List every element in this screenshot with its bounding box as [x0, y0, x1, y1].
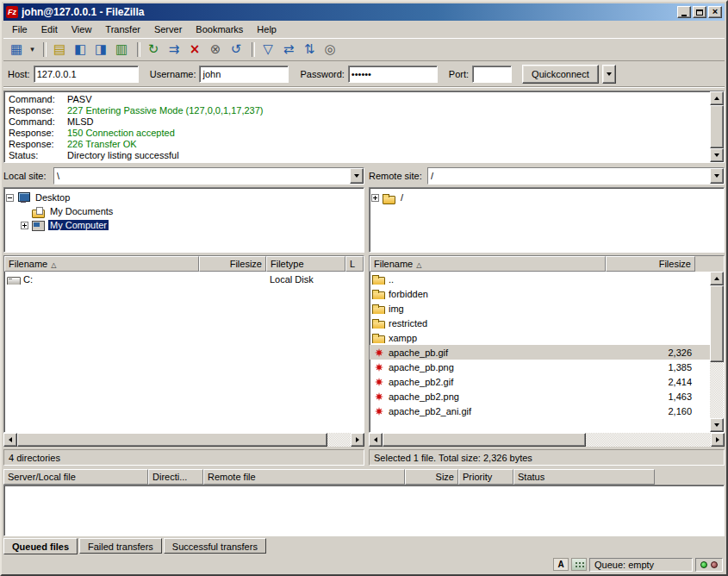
local-site-dropdown-button[interactable] — [350, 168, 364, 184]
column-header[interactable]: L — [345, 256, 364, 272]
file-row[interactable]: apache_pb.gif 2,326 — [370, 345, 710, 360]
local-site-input[interactable] — [54, 168, 350, 184]
sync-browse-icon[interactable]: ⇅ — [299, 40, 320, 59]
column-header[interactable]: Filesize — [199, 256, 266, 272]
file-row[interactable]: apache_pb2.gif 2,414 — [370, 374, 710, 389]
title-bar[interactable]: Fz john@127.0.0.1 - FileZilla × — [3, 3, 725, 21]
quickconnect-button[interactable]: Quickconnect — [522, 65, 599, 84]
scrollbar-track[interactable] — [383, 433, 711, 447]
scrollbar-track[interactable] — [17, 433, 351, 447]
arrow-up-icon — [714, 97, 719, 100]
scrollbar-thumb[interactable] — [383, 433, 586, 447]
queue-tab[interactable]: Queued files — [3, 538, 78, 554]
minimize-button[interactable] — [677, 6, 691, 18]
column-header[interactable]: Priority — [458, 469, 513, 485]
file-row[interactable]: apache_pb2.png 1,463 — [370, 389, 710, 404]
toggle-local-tree-icon[interactable]: ◧ — [70, 40, 90, 59]
queue-tab[interactable]: Failed transfers — [79, 538, 162, 554]
column-header[interactable]: Filename — [4, 256, 199, 272]
log-line: Command: MLSD — [9, 116, 708, 128]
compare-icon[interactable]: ⇄ — [278, 40, 299, 59]
local-site-label: Local site: — [3, 171, 53, 181]
toggle-queue-icon[interactable]: ▥ — [111, 40, 132, 59]
file-row[interactable]: restricted — [370, 316, 710, 330]
maximize-button[interactable] — [693, 6, 706, 18]
tree-item[interactable]: My Computer — [21, 218, 362, 232]
log-scrollbar[interactable] — [710, 91, 724, 162]
scroll-up-button[interactable] — [710, 91, 724, 105]
file-row[interactable]: .. — [370, 272, 710, 286]
remote-site-input[interactable] — [428, 168, 710, 184]
column-header[interactable]: Status — [513, 469, 655, 485]
scrollbar-thumb[interactable] — [17, 433, 327, 447]
scroll-down-button[interactable] — [710, 148, 724, 162]
port-input[interactable] — [472, 66, 512, 83]
menu-item[interactable]: View — [65, 22, 99, 37]
toggle-log-icon[interactable]: ▤ — [49, 40, 70, 59]
menu-item[interactable]: Server — [147, 22, 189, 37]
site-manager-dropdown-icon[interactable]: ▾ — [27, 40, 38, 59]
column-header[interactable]: Size — [405, 469, 458, 485]
column-header[interactable]: Filename — [370, 256, 606, 272]
column-header[interactable]: Remote file — [203, 469, 405, 485]
scroll-up-button[interactable] — [710, 272, 724, 285]
arrow-left-icon — [9, 437, 12, 442]
cancel-icon[interactable]: × — [184, 40, 205, 59]
scroll-left-button[interactable] — [369, 433, 383, 447]
refresh-icon[interactable]: ↻ — [143, 40, 164, 59]
disconnect-icon[interactable]: ⊗ — [205, 40, 226, 59]
menu-item[interactable]: Bookmarks — [189, 22, 250, 37]
arrow-right-icon — [356, 437, 359, 442]
tree-item[interactable]: / — [371, 191, 722, 204]
transfer-type-icon[interactable]: A — [553, 558, 569, 571]
arrow-left-icon — [374, 437, 377, 442]
file-row[interactable]: xampp — [370, 330, 710, 345]
remote-site-label: Remote site: — [369, 171, 427, 181]
column-header[interactable]: Filesize — [606, 256, 695, 272]
column-header[interactable]: Directi... — [148, 469, 203, 485]
find-icon[interactable]: ◎ — [320, 40, 340, 59]
remote-horizontal-scrollbar[interactable] — [369, 433, 725, 447]
scroll-right-button[interactable] — [351, 433, 364, 447]
file-row[interactable]: apache_pb2_ani.gif 2,160 — [370, 404, 710, 418]
tree-item[interactable]: My Documents — [21, 204, 362, 218]
file-row[interactable]: forbidden — [370, 286, 710, 301]
reconnect-icon[interactable]: ↺ — [226, 40, 246, 59]
process-queue-icon[interactable]: ⇉ — [164, 40, 184, 59]
remote-vertical-scrollbar[interactable] — [710, 272, 724, 432]
file-row[interactable]: C: Local Disk — [4, 272, 364, 286]
column-header[interactable]: Server/Local file — [3, 469, 148, 485]
tree-expander[interactable] — [371, 194, 379, 202]
close-icon: × — [712, 7, 718, 16]
file-icon — [7, 273, 20, 285]
local-horizontal-scrollbar[interactable] — [3, 433, 364, 447]
menu-item[interactable]: Transfer — [98, 22, 147, 37]
scrollbar-track[interactable] — [710, 285, 724, 418]
scroll-left-button[interactable] — [3, 433, 17, 447]
filter-icon[interactable]: ▽ — [258, 40, 278, 59]
scroll-right-button[interactable] — [711, 433, 725, 447]
column-header[interactable]: Filetype — [266, 256, 345, 272]
tree-item[interactable]: Desktop — [6, 191, 362, 204]
toggle-remote-tree-icon[interactable]: ◨ — [90, 40, 111, 59]
scrollbar-thumb[interactable] — [710, 105, 724, 148]
site-manager-icon[interactable]: ▦ — [6, 40, 27, 59]
menu-item[interactable]: File — [5, 22, 34, 37]
keyboard-icon[interactable] — [571, 558, 587, 571]
host-input[interactable] — [34, 66, 139, 83]
remote-site-dropdown-button[interactable] — [710, 168, 724, 184]
close-button[interactable]: × — [708, 6, 722, 18]
menu-item[interactable]: Help — [250, 22, 283, 37]
password-input[interactable] — [348, 66, 438, 83]
file-row[interactable]: img — [370, 301, 710, 316]
queue-tab[interactable]: Successful transfers — [164, 538, 266, 554]
menu-item[interactable]: Edit — [34, 22, 65, 37]
username-input[interactable] — [199, 66, 289, 83]
scrollbar-track[interactable] — [710, 105, 724, 148]
scrollbar-thumb[interactable] — [710, 285, 724, 362]
quickconnect-dropdown-button[interactable] — [602, 65, 616, 84]
file-row[interactable]: apache_pb.png 1,385 — [370, 360, 710, 374]
tree-expander[interactable] — [6, 194, 14, 202]
tree-expander[interactable] — [21, 222, 28, 229]
scroll-down-button[interactable] — [710, 418, 724, 432]
